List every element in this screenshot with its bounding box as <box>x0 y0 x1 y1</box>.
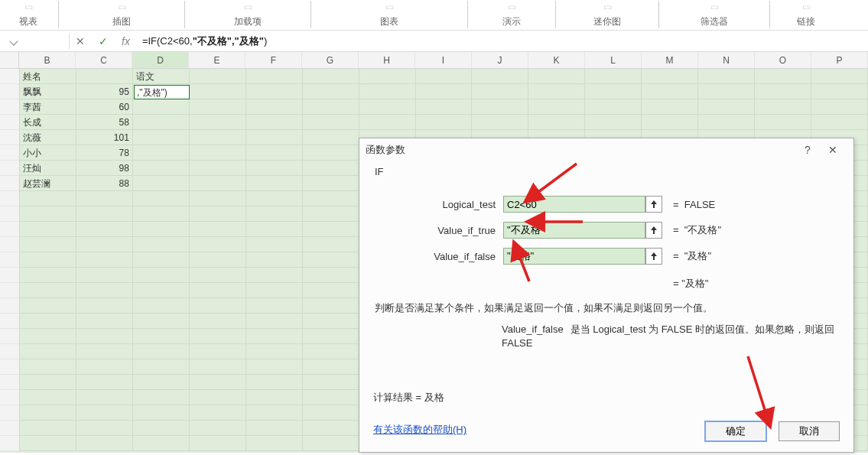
cell[interactable] <box>190 176 246 191</box>
column-header-E[interactable]: E <box>189 52 245 68</box>
cell[interactable] <box>190 436 246 451</box>
cancel-formula-icon[interactable]: ✕ <box>76 35 85 47</box>
cell[interactable] <box>20 268 76 283</box>
cell[interactable] <box>698 84 755 99</box>
cell[interactable] <box>133 222 190 237</box>
cell[interactable] <box>359 84 416 99</box>
cell[interactable] <box>246 237 303 252</box>
cell[interactable] <box>190 145 246 161</box>
row-header[interactable] <box>0 237 20 252</box>
cell[interactable] <box>811 99 868 115</box>
cell[interactable] <box>76 237 133 252</box>
cell[interactable] <box>528 115 585 130</box>
collapse-dialog-button[interactable] <box>645 248 662 265</box>
column-header-M[interactable]: M <box>642 52 698 68</box>
column-header-D[interactable]: D <box>132 52 189 68</box>
cell[interactable] <box>303 436 359 451</box>
cell[interactable] <box>190 359 246 375</box>
cell[interactable] <box>303 314 359 329</box>
cell[interactable] <box>303 298 359 314</box>
cell[interactable] <box>585 115 642 130</box>
cell[interactable] <box>133 390 190 405</box>
cell[interactable] <box>303 359 359 375</box>
cell[interactable] <box>133 314 190 329</box>
cell[interactable] <box>133 283 190 298</box>
row-header[interactable] <box>0 99 20 115</box>
cell[interactable] <box>303 222 359 237</box>
cell[interactable] <box>303 283 359 298</box>
cell[interactable] <box>133 145 190 161</box>
ribbon-group-图表[interactable]: ▭图表 <box>313 0 466 28</box>
cell[interactable] <box>190 84 246 99</box>
cell[interactable] <box>20 436 76 451</box>
row-header[interactable] <box>0 421 20 436</box>
cell[interactable] <box>133 237 190 252</box>
cell[interactable] <box>585 99 642 115</box>
cell[interactable] <box>303 329 359 344</box>
cell[interactable] <box>20 222 76 237</box>
argument-input-Value_if_false[interactable] <box>503 248 645 265</box>
row-header[interactable] <box>0 405 20 421</box>
cell[interactable] <box>472 99 528 115</box>
cell[interactable] <box>303 115 359 130</box>
ribbon-group-加载项[interactable]: ▭加载项 <box>187 0 309 28</box>
cell[interactable] <box>190 191 246 206</box>
cell[interactable] <box>190 390 246 405</box>
cell[interactable] <box>246 145 303 161</box>
cell[interactable] <box>303 421 359 436</box>
cell[interactable] <box>416 115 473 130</box>
cell[interactable] <box>811 84 868 99</box>
cell[interactable] <box>303 252 359 268</box>
cell[interactable] <box>303 145 359 161</box>
cell[interactable] <box>76 390 133 405</box>
cell[interactable] <box>20 375 76 390</box>
cell[interactable] <box>133 359 190 375</box>
row-header[interactable] <box>0 390 20 405</box>
cell[interactable] <box>133 99 190 115</box>
cell[interactable] <box>472 69 528 84</box>
cell[interactable] <box>246 298 303 314</box>
cell[interactable] <box>76 222 133 237</box>
row-header[interactable] <box>0 359 20 375</box>
cell[interactable] <box>246 405 303 421</box>
cell[interactable] <box>811 69 868 84</box>
ribbon-group-迷你图[interactable]: ▭迷你图 <box>558 0 657 28</box>
cancel-button[interactable]: 取消 <box>779 421 840 441</box>
cell[interactable]: 沈薇 <box>20 130 76 145</box>
cell[interactable] <box>190 237 246 252</box>
cell[interactable] <box>20 344 76 359</box>
cell[interactable] <box>246 69 303 84</box>
cell[interactable]: 语文 <box>133 69 190 84</box>
cell[interactable] <box>133 206 190 222</box>
dialog-close-button[interactable]: ✕ <box>818 144 847 156</box>
cell[interactable] <box>20 421 76 436</box>
cell[interactable] <box>76 314 133 329</box>
cell[interactable]: 汪灿 <box>20 161 76 176</box>
row-header[interactable] <box>0 314 20 329</box>
cell[interactable] <box>76 436 133 451</box>
active-cell[interactable]: ,"及格") <box>134 85 190 99</box>
column-header-F[interactable]: F <box>245 52 302 68</box>
cell[interactable] <box>303 405 359 421</box>
cell[interactable] <box>190 222 246 237</box>
cell[interactable] <box>246 314 303 329</box>
cell[interactable] <box>20 237 76 252</box>
cell[interactable] <box>133 436 190 451</box>
cell[interactable] <box>303 390 359 405</box>
cell[interactable] <box>133 176 190 191</box>
row-header[interactable] <box>0 222 20 237</box>
cell[interactable] <box>698 115 755 130</box>
column-header-P[interactable]: P <box>811 52 868 68</box>
cell[interactable] <box>246 84 303 99</box>
cell[interactable] <box>246 115 303 130</box>
cell[interactable] <box>76 283 133 298</box>
cell[interactable] <box>76 421 133 436</box>
cell[interactable] <box>246 222 303 237</box>
cell[interactable]: 88 <box>76 176 133 191</box>
cell[interactable] <box>190 268 246 283</box>
cell[interactable] <box>190 115 246 130</box>
cell[interactable]: 长成 <box>20 115 76 130</box>
ribbon-group-链接[interactable]: ▭链接 <box>772 0 840 28</box>
cell[interactable] <box>190 99 246 115</box>
dialog-help-button[interactable]: ? <box>797 144 818 156</box>
